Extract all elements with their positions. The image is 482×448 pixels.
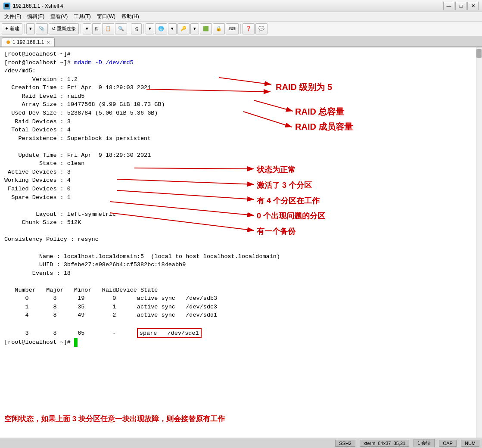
- toolbar-btn-4[interactable]: ▾: [168, 23, 177, 34]
- toolbar-btn-5[interactable]: ▾: [190, 23, 199, 34]
- menu-tools[interactable]: 工具(T): [71, 12, 93, 21]
- annotation-state: 状态为正常: [257, 164, 295, 175]
- svg-rect-1: [5, 4, 9, 7]
- tab-label: 1 192.168.1.1: [12, 39, 44, 45]
- new-icon: ✦: [5, 26, 9, 31]
- chat-btn[interactable]: 💬: [255, 23, 267, 34]
- annotation-raid-capacity: RAID 总容量: [295, 106, 344, 118]
- spare-box: spare /dev/sde1: [137, 328, 202, 339]
- line-20: Layout : left-symmetric: [4, 210, 472, 219]
- toolbar-separator-3: [129, 24, 129, 34]
- toolbar: ✦ 新建 ▾ 📎 ↺ 重新连接 ▾ ⎘ 📋 🔍 🖨 ▾ 🌐 ▾ 🔑 ▾ 🟩 🔒 …: [0, 22, 482, 36]
- line-5: Creation Time : Fri Apr 9 18:29:03 2021: [4, 84, 472, 92]
- line-22: [4, 227, 472, 236]
- title-bar-left: 192.168.1.1 - Xshell 4: [3, 3, 63, 9]
- annotation-working: 有 4 个分区在工作: [257, 195, 320, 206]
- menu-view[interactable]: 查看(V): [48, 12, 70, 21]
- window-controls: — □ ✕: [443, 2, 479, 10]
- session-tab[interactable]: 1 192.168.1.1 ✕: [2, 37, 55, 47]
- toolbar-separator-4: [143, 24, 144, 34]
- line-23: Consistency Policy : resync: [4, 235, 472, 244]
- menu-help[interactable]: 帮助(H): [119, 12, 142, 21]
- bottom-annotation: 空闲状态，如果上面 3 块分区任意一块出现故障，则会接替原有工作: [4, 414, 225, 425]
- line-9: Raid Devices : 3: [4, 118, 472, 126]
- new-button[interactable]: ✦ 新建: [2, 23, 22, 34]
- line-2: [root@localhost ~]# mdadm -D /dev/md5: [4, 59, 472, 67]
- status-cap: CAP: [439, 440, 457, 447]
- app-icon: [3, 3, 10, 9]
- annotation-raid-member: RAID 成员容量: [295, 121, 353, 133]
- minimize-button[interactable]: —: [443, 2, 454, 10]
- status-num: NUM: [461, 440, 479, 447]
- line-35: [root@localhost ~]#: [4, 338, 472, 347]
- line-3: /dev/md5:: [4, 67, 472, 75]
- line-21: Chunk Size : 512K: [4, 218, 472, 227]
- line-12: [4, 143, 472, 151]
- line-28: [4, 277, 472, 286]
- tab-close-button[interactable]: ✕: [47, 40, 50, 45]
- line-33: [4, 320, 472, 328]
- status-ssh: SSH2: [335, 440, 355, 447]
- line-7: Array Size : 10477568 (9.99 GiB 10.73 GB…: [4, 100, 472, 109]
- line-8: Used Dev Size : 5238784 (5.00 GiB 5.36 G…: [4, 109, 472, 118]
- line-25: Name : localhost.localdomain:5 (local to…: [4, 252, 472, 261]
- copy-button[interactable]: ⎘: [92, 23, 101, 34]
- toolbar-separator-2: [81, 24, 81, 34]
- line-6: Raid Level : raid5: [4, 92, 472, 101]
- status-terminal-info: xterm 84x37 35,21: [360, 440, 409, 447]
- line-19: [4, 202, 472, 210]
- toolbar-btn-8[interactable]: ⌨: [226, 23, 239, 34]
- print-button[interactable]: 🖨: [131, 23, 142, 34]
- dropdown-button-1[interactable]: ▾: [26, 23, 35, 34]
- line-18: Spare Devices : 1: [4, 193, 472, 202]
- line-10: Total Devices : 4: [4, 126, 472, 134]
- line-32: 4 8 49 2 active sync /dev/sdd1: [4, 311, 472, 320]
- line-27: Events : 18: [4, 269, 472, 278]
- line-17: Failed Devices : 0: [4, 185, 472, 193]
- reconnect-icon: ↺: [52, 26, 56, 31]
- toolbar-btn-3[interactable]: ▾: [146, 23, 154, 34]
- help-btn[interactable]: ❓: [243, 23, 255, 34]
- annotation-active: 激活了 3 个分区: [257, 180, 312, 191]
- close-button[interactable]: ✕: [467, 2, 479, 10]
- line-11: Persistence : Superblock is persistent: [4, 134, 472, 143]
- line-31: 1 8 35 1 active sync /dev/sdc3: [4, 303, 472, 311]
- toolbar-btn-7[interactable]: 🔒: [213, 23, 225, 34]
- title-bar: 192.168.1.1 - Xshell 4 — □ ✕: [0, 0, 482, 12]
- line-16: Working Devices : 4: [4, 176, 472, 185]
- globe-button[interactable]: 🌐: [155, 23, 167, 34]
- toolbar-btn-2[interactable]: ▾: [83, 23, 91, 34]
- terminal-scrollbar[interactable]: [476, 47, 482, 438]
- status-bar: SSH2 xterm 84x37 35,21 1 会话 CAP NUM: [0, 438, 482, 448]
- menu-file[interactable]: 文件(F): [2, 12, 24, 21]
- key-button[interactable]: 🔑: [177, 23, 190, 34]
- status-sessions: 1 会话: [414, 439, 435, 447]
- terminal-text: [root@localhost ~]# [root@localhost ~]# …: [4, 50, 472, 347]
- line-29: Number Major Minor RaidDevice State: [4, 286, 472, 295]
- terminal-content[interactable]: [root@localhost ~]# [root@localhost ~]# …: [0, 47, 476, 438]
- line-14: State : clean: [4, 159, 472, 168]
- toolbar-btn-6[interactable]: 🟩: [200, 23, 212, 34]
- reconnect-button[interactable]: ↺ 重新连接: [49, 23, 79, 34]
- line-1: [root@localhost ~]#: [4, 50, 472, 59]
- line-24: [4, 244, 472, 252]
- session-dot: [6, 40, 10, 44]
- line-15: Active Devices : 3: [4, 168, 472, 177]
- search-button[interactable]: 🔍: [115, 23, 127, 34]
- line-13: Update Time : Fri Apr 9 18:29:30 2021: [4, 151, 472, 160]
- menu-edit[interactable]: 编辑(E): [25, 12, 47, 21]
- line-4: Version : 1.2: [4, 75, 472, 84]
- maximize-button[interactable]: □: [455, 2, 466, 10]
- paste-button[interactable]: 📋: [102, 23, 114, 34]
- annotation-raid-level: RAID 级别为 5: [276, 81, 332, 93]
- toolbar-separator-1: [24, 24, 25, 34]
- annotation-failed: 0 个出现问题的分区: [257, 210, 325, 221]
- toolbar-separator-5: [240, 24, 241, 34]
- window-title: 192.168.1.1 - Xshell 4: [13, 3, 63, 9]
- terminal-container: [root@localhost ~]# [root@localhost ~]# …: [0, 47, 482, 438]
- menu-bar: 文件(F) 编辑(E) 查看(V) 工具(T) 窗口(W) 帮助(H): [0, 12, 482, 22]
- menu-window[interactable]: 窗口(W): [94, 12, 118, 21]
- line-34: 3 8 65 - spare /dev/sde1: [4, 328, 472, 339]
- attach-button[interactable]: 📎: [36, 23, 48, 34]
- line-26: UUID : 3bfebe27:e98e26b4:cf5382bc:184eab…: [4, 261, 472, 269]
